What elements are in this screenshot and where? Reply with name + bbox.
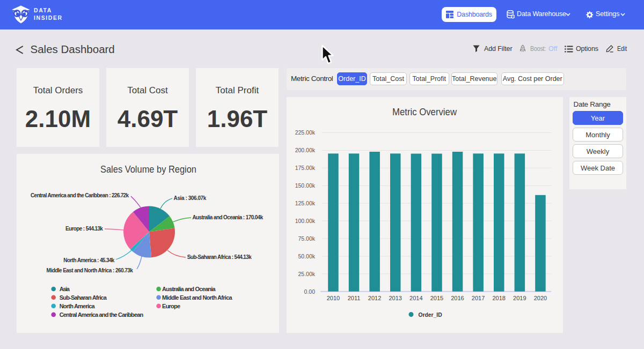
svg-text:50.00k: 50.00k (298, 253, 315, 259)
svg-text:Asia: Asia (60, 286, 70, 292)
svg-text:Central America and the Caribb: Central America and the Caribbean : 226.… (31, 192, 129, 198)
svg-text:Sub-Saharan Africa : 544.13k: Sub-Saharan Africa : 544.13k (187, 254, 252, 260)
svg-text:2011: 2011 (348, 295, 361, 301)
svg-text:Australia and Oceania: Australia and Oceania (162, 286, 216, 292)
svg-text:2017: 2017 (472, 295, 485, 301)
svg-text:2010: 2010 (327, 295, 340, 301)
svg-text:2016: 2016 (451, 295, 464, 301)
svg-text:Order_ID: Order_ID (419, 311, 442, 318)
svg-text:Sub-Saharan Africa: Sub-Saharan Africa (60, 294, 107, 301)
svg-text:Middle East and North Africa: Middle East and North Africa (162, 294, 232, 301)
svg-text:225.00k: 225.00k (295, 129, 316, 136)
svg-text:Australia and Oceania : 170.04: Australia and Oceania : 170.04k (193, 214, 264, 220)
svg-text:2018: 2018 (492, 295, 505, 301)
svg-text:Middle East and North Africa :: Middle East and North Africa : 260.73k (47, 268, 134, 273)
svg-text:Europe : 544.13k: Europe : 544.13k (65, 226, 103, 232)
svg-text:2019: 2019 (513, 295, 526, 301)
svg-text:2015: 2015 (430, 295, 443, 301)
svg-text:Europe: Europe (162, 303, 180, 309)
svg-text:100.00k: 100.00k (295, 218, 316, 224)
svg-text:North America : 45.34k: North America : 45.34k (63, 257, 115, 263)
svg-text:Sales Volume by Region: Sales Volume by Region (100, 164, 196, 175)
svg-text:175.00k: 175.00k (295, 165, 316, 171)
svg-text:150.00k: 150.00k (295, 182, 316, 189)
svg-text:200.00k: 200.00k (295, 147, 316, 153)
svg-text:Metric Overview: Metric Overview (392, 106, 457, 117)
svg-text:2013: 2013 (389, 295, 401, 301)
svg-text:2020: 2020 (534, 295, 547, 301)
svg-text:0.00: 0.00 (304, 288, 316, 295)
svg-text:North America: North America (60, 303, 96, 309)
svg-text:75.00k: 75.00k (298, 235, 315, 242)
svg-text:2014: 2014 (409, 295, 422, 301)
svg-text:125.00k: 125.00k (295, 200, 316, 206)
svg-text:2012: 2012 (368, 295, 381, 301)
svg-text:Asia : 306.07k: Asia : 306.07k (174, 195, 207, 201)
svg-text:Central America and the Caribb: Central America and the Caribbean (60, 311, 144, 318)
svg-text:25.00k: 25.00k (298, 271, 315, 277)
